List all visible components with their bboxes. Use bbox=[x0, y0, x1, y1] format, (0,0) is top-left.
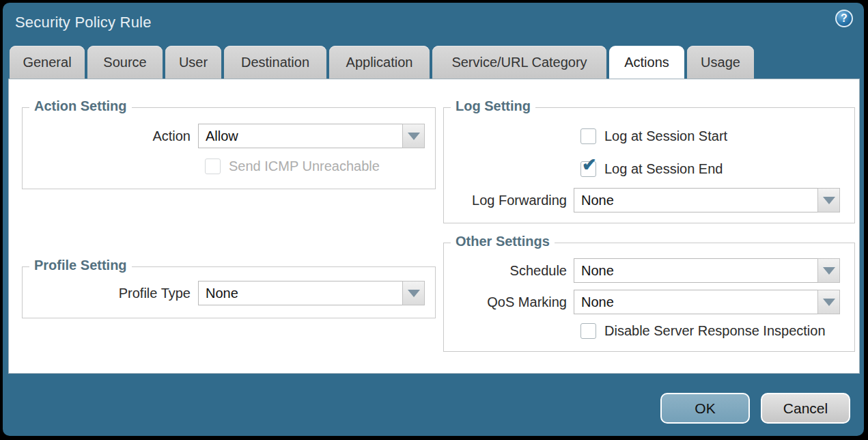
log-forwarding-dropdown-button[interactable] bbox=[817, 188, 840, 212]
tab-source[interactable]: Source bbox=[87, 46, 163, 79]
profile-setting-group: Profile Setting Profile Type None bbox=[22, 266, 436, 318]
tab-bar: General Source User Destination Applicat… bbox=[10, 46, 754, 79]
log-setting-group: Log Setting ✔ Log at Session Start ✔ bbox=[443, 107, 855, 223]
disable-server-response-inspection-checkbox[interactable]: ✔ bbox=[580, 323, 596, 339]
schedule-dropdown-value[interactable]: None bbox=[574, 258, 817, 283]
log-session-start-checkbox-row[interactable]: ✔ Log at Session Start bbox=[580, 128, 727, 144]
dialog-titlebar: Security Policy Rule ? bbox=[3, 3, 864, 46]
dropdown-arrow-icon bbox=[823, 299, 835, 306]
profile-type-dropdown[interactable]: None bbox=[198, 281, 425, 305]
tab-general[interactable]: General bbox=[10, 46, 85, 79]
schedule-dropdown[interactable]: None bbox=[574, 258, 840, 283]
log-forwarding-label: Log Forwarding bbox=[444, 193, 574, 208]
action-dropdown-button[interactable] bbox=[402, 124, 425, 148]
qos-marking-dropdown-value[interactable]: None bbox=[574, 290, 817, 314]
log-forwarding-dropdown-value[interactable]: None bbox=[574, 188, 817, 212]
dialog-title: Security Policy Rule bbox=[15, 14, 152, 31]
send-icmp-unreachable-checkbox: ✔ bbox=[205, 159, 221, 174]
ok-button[interactable]: OK bbox=[660, 393, 750, 424]
schedule-label: Schedule bbox=[444, 263, 574, 279]
profile-setting-legend: Profile Setting bbox=[29, 258, 132, 273]
disable-server-response-inspection-checkbox-row[interactable]: ✔ Disable Server Response Inspection bbox=[580, 323, 826, 339]
log-session-end-checkbox-row[interactable]: ✔ Log at Session End bbox=[580, 161, 723, 177]
qos-marking-dropdown-button[interactable] bbox=[817, 290, 840, 314]
check-icon: ✔ bbox=[582, 156, 597, 174]
screenshot-stage: Security Policy Rule ? General Source Us… bbox=[0, 0, 868, 440]
action-setting-legend: Action Setting bbox=[29, 98, 132, 114]
log-forwarding-dropdown[interactable]: None bbox=[574, 188, 840, 212]
action-setting-group: Action Setting Action Allow ✔ bbox=[22, 107, 436, 189]
log-session-end-label: Log at Session End bbox=[604, 161, 723, 177]
security-policy-rule-dialog: Security Policy Rule ? General Source Us… bbox=[3, 3, 864, 436]
log-session-end-checkbox[interactable]: ✔ bbox=[580, 161, 596, 177]
schedule-dropdown-button[interactable] bbox=[817, 258, 840, 283]
tab-user[interactable]: User bbox=[165, 46, 221, 79]
log-setting-legend: Log Setting bbox=[451, 98, 535, 114]
actions-tab-panel: Action Setting Action Allow ✔ bbox=[8, 79, 860, 374]
other-settings-group: Other Settings Schedule None QoS Marking… bbox=[443, 243, 855, 352]
profile-type-dropdown-button[interactable] bbox=[402, 281, 425, 305]
action-label: Action bbox=[29, 128, 198, 144]
action-dropdown[interactable]: Allow bbox=[198, 124, 425, 148]
disable-server-response-inspection-label: Disable Server Response Inspection bbox=[604, 323, 826, 339]
dropdown-arrow-icon bbox=[408, 133, 420, 140]
send-icmp-unreachable-checkbox-row: ✔ Send ICMP Unreachable bbox=[205, 159, 380, 174]
tab-destination[interactable]: Destination bbox=[224, 46, 326, 79]
tab-usage[interactable]: Usage bbox=[687, 46, 754, 79]
profile-type-label: Profile Type bbox=[29, 286, 198, 301]
tab-application[interactable]: Application bbox=[329, 46, 430, 79]
action-dropdown-value[interactable]: Allow bbox=[198, 124, 402, 148]
dropdown-arrow-icon bbox=[823, 267, 835, 275]
log-session-start-label: Log at Session Start bbox=[604, 128, 727, 144]
send-icmp-unreachable-label: Send ICMP Unreachable bbox=[229, 159, 380, 174]
cancel-button[interactable]: Cancel bbox=[761, 393, 850, 424]
help-icon[interactable]: ? bbox=[835, 10, 853, 27]
log-session-start-checkbox[interactable]: ✔ bbox=[580, 128, 596, 144]
other-settings-legend: Other Settings bbox=[451, 234, 555, 249]
tab-actions[interactable]: Actions bbox=[609, 46, 684, 79]
tab-service-url-category[interactable]: Service/URL Category bbox=[432, 46, 606, 79]
profile-type-dropdown-value[interactable]: None bbox=[198, 281, 402, 305]
qos-marking-dropdown[interactable]: None bbox=[574, 290, 840, 314]
dropdown-arrow-icon bbox=[408, 290, 420, 297]
dropdown-arrow-icon bbox=[823, 197, 835, 204]
qos-marking-label: QoS Marking bbox=[444, 294, 574, 310]
